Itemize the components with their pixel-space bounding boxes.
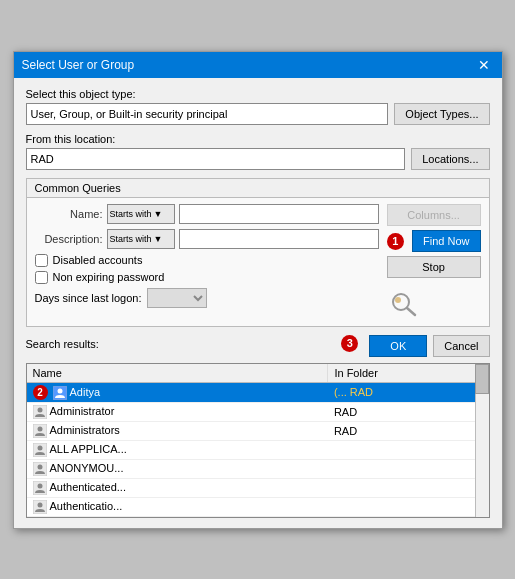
row-folder-cell: (... RAD: [328, 382, 488, 402]
desc-filter-dropdown[interactable]: Starts with ▼: [107, 229, 175, 249]
ok-button[interactable]: OK: [369, 335, 427, 357]
col-name: Name: [27, 364, 328, 383]
svg-point-14: [37, 484, 42, 489]
results-header-row: Search results: 3 OK Cancel: [26, 335, 490, 357]
location-row: Locations...: [26, 148, 490, 170]
stop-button[interactable]: Stop: [387, 256, 481, 278]
ok-cancel-group: 3 OK Cancel: [341, 335, 489, 357]
table-row[interactable]: BATCH: [27, 517, 489, 518]
step3-badge: 3: [341, 335, 358, 352]
table-row[interactable]: ANONYMOU...: [27, 459, 489, 478]
svg-line-1: [407, 308, 415, 315]
table-row[interactable]: AdministratorRAD: [27, 402, 489, 421]
disabled-accounts-checkbox[interactable]: [35, 254, 48, 267]
non-expiring-checkbox[interactable]: [35, 271, 48, 284]
name-filter-value: Starts with: [110, 209, 152, 219]
description-input[interactable]: [179, 229, 379, 249]
step2-badge: 2: [33, 385, 48, 400]
common-queries-group: Common Queries Name: Starts with ▼: [26, 178, 490, 327]
location-label: From this location:: [26, 133, 490, 145]
scrollbar-thumb[interactable]: [475, 364, 489, 394]
row-name-cell: ALL APPLICA...: [27, 440, 328, 459]
locations-button[interactable]: Locations...: [411, 148, 489, 170]
row-name-cell: ANONYMOU...: [27, 459, 328, 478]
svg-point-12: [37, 464, 42, 469]
table-row[interactable]: Authenticatio...: [27, 498, 489, 517]
name-input[interactable]: [179, 204, 379, 224]
location-input[interactable]: [26, 148, 406, 170]
table-row[interactable]: ALL APPLICA...: [27, 440, 489, 459]
days-label: Days since last logon:: [35, 292, 142, 304]
row-name-cell: Authenticated...: [27, 478, 328, 497]
step1-badge: 1: [387, 233, 404, 250]
svg-point-6: [37, 407, 42, 412]
non-expiring-label: Non expiring password: [53, 271, 165, 283]
row-folder-cell: [328, 498, 488, 517]
search-results-label: Search results:: [26, 338, 99, 350]
row-name-cell: BATCH: [27, 517, 328, 518]
scrollbar-track[interactable]: [475, 364, 489, 517]
object-type-row: Object Types...: [26, 103, 490, 125]
name-label: Name:: [35, 208, 103, 220]
svg-point-4: [57, 388, 62, 393]
row-name-cell: Administrators: [27, 421, 328, 440]
columns-button[interactable]: Columns...: [387, 204, 481, 226]
query-buttons: Columns... 1 Find Now Stop: [387, 204, 481, 320]
row-folder-cell: [328, 478, 488, 497]
row-folder-cell: RAD: [328, 421, 488, 440]
title-bar: Select User or Group ✕: [14, 52, 502, 78]
table-row[interactable]: AdministratorsRAD: [27, 421, 489, 440]
table-row[interactable]: 2 Aditya(... RAD: [27, 382, 489, 402]
row-folder-cell: RAD: [328, 402, 488, 421]
days-row: Days since last logon:: [35, 288, 379, 308]
cancel-button[interactable]: Cancel: [433, 335, 489, 357]
name-filter-dropdown[interactable]: Starts with ▼: [107, 204, 175, 224]
row-name-cell: Administrator: [27, 402, 328, 421]
find-now-button[interactable]: Find Now: [412, 230, 480, 252]
disabled-accounts-label: Disabled accounts: [53, 254, 143, 266]
object-type-input[interactable]: [26, 103, 389, 125]
close-button[interactable]: ✕: [474, 58, 494, 72]
object-types-button[interactable]: Object Types...: [394, 103, 489, 125]
row-name-cell: Authenticatio...: [27, 498, 328, 517]
dialog-title: Select User or Group: [22, 58, 135, 72]
svg-point-2: [395, 297, 401, 303]
description-label: Description:: [35, 233, 103, 245]
object-type-label: Select this object type:: [26, 88, 490, 100]
row-folder-cell: [328, 459, 488, 478]
search-icon-button[interactable]: [387, 288, 421, 320]
select-user-dialog: Select User or Group ✕ Select this objec…: [13, 51, 503, 529]
row-folder-cell: [328, 517, 488, 518]
results-table-container: Name In Folder 2 Aditya(... RAD Administ…: [26, 363, 490, 518]
disabled-accounts-row: Disabled accounts: [35, 254, 379, 267]
row-folder-cell: [328, 440, 488, 459]
col-folder: In Folder: [328, 364, 488, 383]
row-name-cell: 2 Aditya: [27, 382, 328, 402]
desc-filter-value: Starts with: [110, 234, 152, 244]
svg-point-10: [37, 445, 42, 450]
svg-point-8: [37, 426, 42, 431]
table-row[interactable]: Authenticated...: [27, 478, 489, 497]
non-expiring-row: Non expiring password: [35, 271, 379, 284]
results-table: Name In Folder 2 Aditya(... RAD Administ…: [27, 364, 489, 518]
days-dropdown[interactable]: [147, 288, 207, 308]
svg-point-16: [37, 503, 42, 508]
common-queries-tab[interactable]: Common Queries: [27, 179, 489, 198]
